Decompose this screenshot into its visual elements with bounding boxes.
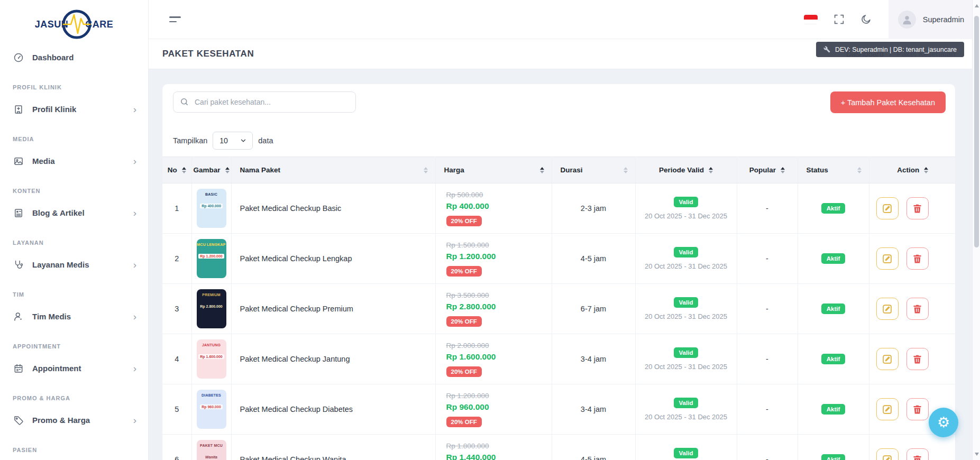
- sidebar-item-tim-medis[interactable]: Tim Medis›: [0, 303, 148, 329]
- row-number: 6: [162, 435, 191, 460]
- scroll-down-arrow-icon[interactable]: [975, 453, 979, 456]
- row-number: 2: [162, 234, 191, 284]
- delete-button[interactable]: [906, 448, 929, 460]
- valid-badge: Valid: [674, 448, 699, 458]
- sidebar-section-layanan: LAYANAN: [0, 226, 148, 252]
- paket-table: NoGambarNama PaketHargaDurasiPeriode Val…: [162, 157, 955, 460]
- status-badge: Aktif: [821, 253, 846, 264]
- cell-status: Aktif: [798, 435, 869, 460]
- sidebar-section-pasien: PASIEN: [0, 433, 148, 459]
- sidebar-item-label: Dashboard: [32, 53, 74, 62]
- cell-gambar: PREMIUMRp 2.800.000: [191, 284, 231, 334]
- valid-date-range: 20 Oct 2025 - 31 Dec 2025: [636, 312, 737, 320]
- price-original: Rp 2.000.000: [446, 342, 545, 349]
- thumbnail-title: JANTUNG: [202, 343, 221, 347]
- sidebar-section-media: MEDIA: [0, 122, 148, 148]
- page-title: PAKET KESEHATAN: [162, 49, 254, 59]
- sidebar-item-label: Media: [32, 157, 55, 165]
- package-thumbnail[interactable]: PAKET MCUWanita: [197, 440, 226, 460]
- cell-harga: Rp 3.500.000Rp 2.800.00020% OFF: [435, 284, 552, 334]
- scroll-up-arrow-icon[interactable]: [975, 4, 979, 7]
- delete-button[interactable]: [906, 247, 929, 270]
- table-header-row: NoGambarNama PaketHargaDurasiPeriode Val…: [162, 157, 955, 183]
- sidebar-item-appointment[interactable]: Appointment›: [0, 355, 148, 381]
- menu-toggle-icon[interactable]: [169, 16, 181, 22]
- column-header-nama-paket[interactable]: Nama Paket: [231, 157, 435, 183]
- chevron-right-icon: ›: [133, 104, 136, 114]
- delete-button[interactable]: [906, 298, 929, 320]
- column-header-periode-valid[interactable]: Periode Valid: [635, 157, 737, 183]
- edit-button[interactable]: [876, 348, 899, 370]
- cell-action: [869, 435, 955, 460]
- cell-status: Aktif: [798, 284, 869, 334]
- page-size-select[interactable]: 10: [213, 132, 253, 150]
- edit-button[interactable]: [876, 448, 899, 460]
- discount-badge: 20% OFF: [446, 266, 482, 277]
- edit-button[interactable]: [876, 298, 899, 320]
- valid-date-range: 20 Oct 2025 - 31 Dec 2025: [636, 363, 737, 371]
- main-area: Superadmin PAKET KESEHATAN Dashboard › P…: [149, 0, 980, 460]
- delete-button[interactable]: [906, 398, 929, 420]
- column-header-label: Nama Paket: [240, 166, 281, 174]
- user-name: Superadmin: [923, 15, 964, 24]
- sort-arrows-icon: [225, 167, 230, 173]
- fullscreen-icon[interactable]: [834, 14, 845, 25]
- app-root: JASUN CARE DashboardPROFIL KLINIKProfil …: [0, 0, 980, 460]
- edit-button[interactable]: [876, 247, 899, 270]
- sidebar-item-dashboard[interactable]: Dashboard: [0, 44, 148, 70]
- table-row: 3PREMIUMRp 2.800.000Paket Medical Checku…: [162, 284, 955, 334]
- topbar-actions: Superadmin: [804, 0, 980, 39]
- article-icon: [13, 207, 24, 219]
- delete-button[interactable]: [906, 197, 929, 219]
- column-header-action[interactable]: Action: [869, 157, 955, 183]
- thumbnail-price: Rp 960.000: [200, 404, 223, 409]
- settings-fab[interactable]: ⚙: [929, 408, 958, 437]
- discount-badge: 20% OFF: [446, 366, 482, 377]
- delete-button[interactable]: [906, 348, 929, 370]
- package-thumbnail[interactable]: DIABETESRp 960.000: [197, 390, 226, 429]
- cell-periode: Valid20 Oct 2025 - 31 Dec 2025: [635, 334, 737, 384]
- cell-status: Aktif: [798, 183, 869, 234]
- user-menu[interactable]: Superadmin: [889, 0, 980, 39]
- package-thumbnail[interactable]: PREMIUMRp 2.800.000: [197, 289, 226, 328]
- search-icon: [180, 97, 189, 108]
- duration: 2-3 jam: [552, 183, 635, 234]
- edit-button[interactable]: [876, 398, 899, 420]
- column-header-status[interactable]: Status: [798, 157, 869, 183]
- page-size-value: 10: [219, 136, 228, 145]
- show-suffix: data: [258, 136, 273, 145]
- avatar: [898, 11, 916, 29]
- column-header-popular[interactable]: Popular: [737, 157, 798, 183]
- cell-action: [869, 284, 955, 334]
- sidebar-item-blog-artikel[interactable]: Blog & Artikel›: [0, 200, 148, 226]
- sidebar-item-layanan-medis[interactable]: Layanan Medis›: [0, 252, 148, 278]
- language-flag-icon[interactable]: [804, 15, 818, 24]
- price-discounted: Rp 960.000: [446, 402, 545, 412]
- sidebar-nav: DashboardPROFIL KLINIKProfil Klinik›MEDI…: [0, 44, 148, 459]
- valid-badge: Valid: [674, 398, 699, 408]
- page-scrollbar[interactable]: [972, 0, 980, 460]
- search-input[interactable]: [173, 91, 356, 113]
- dark-mode-moon-icon[interactable]: [860, 14, 872, 25]
- package-thumbnail[interactable]: MCU LENGKAPRp 1.200.000: [197, 239, 226, 278]
- sort-arrows-icon: [624, 167, 628, 173]
- discount-badge: 20% OFF: [446, 216, 482, 226]
- sidebar: JASUN CARE DashboardPROFIL KLINIKProfil …: [0, 0, 149, 460]
- sidebar-item-promo-harga[interactable]: Promo & Harga›: [0, 407, 148, 433]
- scrollbar-thumb[interactable]: [974, 16, 979, 247]
- sidebar-item-media[interactable]: Media›: [0, 148, 148, 174]
- sidebar-item-label: Appointment: [32, 364, 81, 373]
- column-header-harga[interactable]: Harga: [435, 157, 552, 183]
- gauge-icon: [13, 52, 24, 63]
- user-icon: [13, 311, 24, 323]
- package-thumbnail[interactable]: JANTUNGRp 1.600.000: [197, 339, 226, 379]
- package-name: Paket Medical Checkup Diabetes: [231, 384, 435, 435]
- edit-button[interactable]: [876, 197, 899, 219]
- sidebar-item-profil-klinik[interactable]: Profil Klinik›: [0, 96, 148, 122]
- column-header-no[interactable]: No: [162, 157, 191, 183]
- cell-status: Aktif: [798, 334, 869, 384]
- add-paket-button[interactable]: + Tambah Paket Kesehatan: [830, 91, 946, 113]
- column-header-gambar[interactable]: Gambar: [191, 157, 231, 183]
- package-thumbnail[interactable]: BASICRp 400.000: [197, 189, 226, 228]
- column-header-durasi[interactable]: Durasi: [552, 157, 635, 183]
